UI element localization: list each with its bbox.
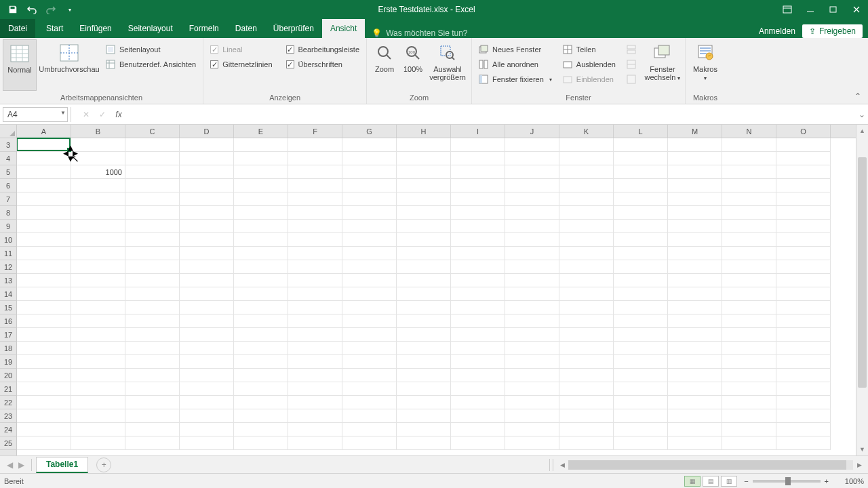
- cell[interactable]: [17, 274, 71, 287]
- cell[interactable]: [451, 152, 505, 165]
- cell[interactable]: [71, 138, 125, 152]
- cell[interactable]: [342, 436, 397, 450]
- cell[interactable]: [397, 165, 451, 179]
- cell[interactable]: [451, 233, 505, 247]
- sign-in-link[interactable]: Anmelden: [759, 26, 795, 36]
- cell[interactable]: [125, 342, 180, 355]
- arrange-all-button[interactable]: Alle anordnen: [475, 57, 556, 72]
- qat-customize[interactable]: ▾: [62, 2, 77, 17]
- cell[interactable]: [397, 301, 451, 314]
- row-header[interactable]: 17: [0, 328, 16, 342]
- cell[interactable]: [668, 274, 722, 287]
- cell[interactable]: [234, 409, 288, 423]
- sheet-next-button[interactable]: ▶: [18, 460, 24, 470]
- column-header[interactable]: D: [180, 125, 234, 138]
- tab-einfuegen[interactable]: Einfügen: [71, 19, 119, 38]
- cell[interactable]: [180, 314, 234, 328]
- cell[interactable]: [776, 409, 831, 423]
- tab-formeln[interactable]: Formeln: [181, 19, 227, 38]
- cell[interactable]: [17, 220, 71, 233]
- cell[interactable]: [505, 165, 559, 179]
- column-header[interactable]: O: [776, 125, 831, 138]
- cell[interactable]: [288, 152, 342, 165]
- cell[interactable]: [614, 423, 668, 436]
- cell[interactable]: [125, 369, 180, 382]
- cell[interactable]: [342, 369, 397, 382]
- column-header[interactable]: L: [614, 125, 668, 138]
- cell[interactable]: [17, 233, 71, 247]
- row-header[interactable]: 8: [0, 206, 16, 220]
- cell[interactable]: [776, 220, 831, 233]
- cell[interactable]: [559, 165, 614, 179]
- cell[interactable]: [17, 301, 71, 314]
- cell[interactable]: [397, 396, 451, 409]
- cell[interactable]: [505, 247, 559, 260]
- cell[interactable]: [505, 314, 559, 328]
- cell[interactable]: [668, 138, 722, 152]
- freeze-panes-button[interactable]: Fenster fixieren▾: [475, 72, 556, 87]
- cell[interactable]: [71, 260, 125, 274]
- headings-checkbox[interactable]: ✓Überschriften: [282, 57, 364, 72]
- cell[interactable]: [722, 206, 776, 220]
- cell[interactable]: [288, 423, 342, 436]
- sheet-prev-button[interactable]: ◀: [7, 460, 13, 470]
- cell[interactable]: [288, 192, 342, 206]
- cell[interactable]: [342, 206, 397, 220]
- cell[interactable]: [559, 179, 614, 192]
- cell[interactable]: [288, 274, 342, 287]
- cell[interactable]: [234, 206, 288, 220]
- row-header[interactable]: 4: [0, 152, 16, 165]
- row-header[interactable]: 24: [0, 423, 16, 436]
- cell[interactable]: [125, 436, 180, 450]
- cell[interactable]: [397, 233, 451, 247]
- cell[interactable]: [722, 369, 776, 382]
- split-button[interactable]: Teilen: [559, 42, 620, 57]
- cell[interactable]: [342, 301, 397, 314]
- zoom-100-button[interactable]: 100 100%: [399, 39, 427, 91]
- cell[interactable]: [180, 152, 234, 165]
- cell[interactable]: [451, 314, 505, 328]
- cell[interactable]: [17, 192, 71, 206]
- cell[interactable]: [397, 409, 451, 423]
- cell[interactable]: [559, 274, 614, 287]
- cell[interactable]: [397, 423, 451, 436]
- cell[interactable]: [125, 396, 180, 409]
- cell[interactable]: [125, 152, 180, 165]
- cell[interactable]: [234, 179, 288, 192]
- cells-area[interactable]: 1000: [17, 138, 856, 450]
- cell[interactable]: [234, 314, 288, 328]
- cell[interactable]: [234, 369, 288, 382]
- cell[interactable]: [125, 192, 180, 206]
- cell[interactable]: [614, 274, 668, 287]
- cell[interactable]: [288, 138, 342, 152]
- hscroll-thumb[interactable]: [568, 460, 846, 470]
- cell[interactable]: [234, 328, 288, 342]
- cell[interactable]: [505, 274, 559, 287]
- cell[interactable]: [668, 287, 722, 301]
- row-header[interactable]: 6: [0, 179, 16, 192]
- cell[interactable]: [722, 220, 776, 233]
- scroll-up-button[interactable]: ▲: [856, 125, 868, 137]
- cell[interactable]: [505, 436, 559, 450]
- cell[interactable]: [451, 138, 505, 152]
- row-header[interactable]: 25: [0, 436, 16, 450]
- fx-button[interactable]: fx: [113, 110, 124, 119]
- cell[interactable]: [397, 314, 451, 328]
- cell[interactable]: [668, 301, 722, 314]
- scroll-left-button[interactable]: ◀: [556, 459, 568, 471]
- cell[interactable]: [614, 301, 668, 314]
- cell[interactable]: [288, 301, 342, 314]
- row-header[interactable]: 18: [0, 342, 16, 355]
- cell[interactable]: [71, 382, 125, 396]
- cell[interactable]: [451, 436, 505, 450]
- cell[interactable]: [234, 423, 288, 436]
- cell[interactable]: [288, 179, 342, 192]
- row-header[interactable]: 21: [0, 382, 16, 396]
- save-button[interactable]: [5, 2, 20, 17]
- cell[interactable]: [180, 409, 234, 423]
- cell[interactable]: [17, 382, 71, 396]
- cell[interactable]: [505, 206, 559, 220]
- sheet-tab-active[interactable]: Tabelle1: [36, 457, 88, 473]
- cell[interactable]: [614, 206, 668, 220]
- cell[interactable]: [71, 274, 125, 287]
